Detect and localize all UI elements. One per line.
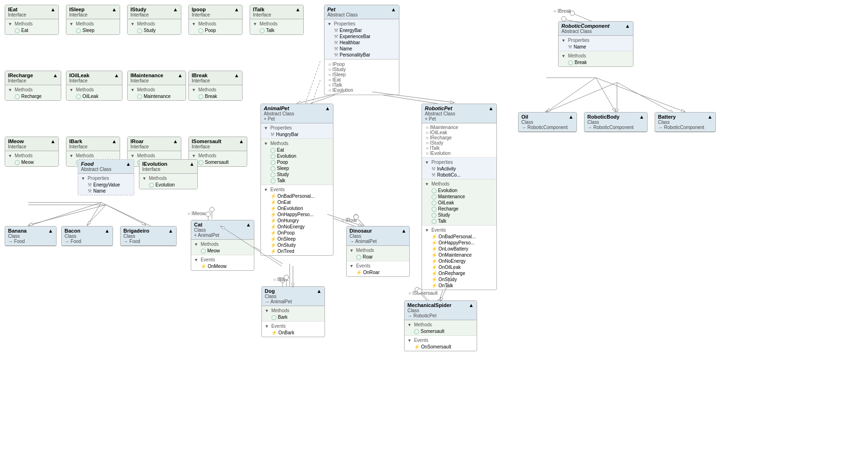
svg-line-26 (596, 78, 616, 112)
lollipop-IBark: ○ IBark (273, 277, 288, 282)
box-Dinosaur: Dinosaur Class → AnimalPet ▲ ▼Methods ◯ … (346, 226, 410, 277)
box-Dog: Dog Class → AnimalPet ▲ ▼Methods ◯ Bark … (261, 286, 325, 337)
collapse-icon[interactable]: ▲ (126, 161, 131, 167)
svg-line-23 (311, 80, 320, 106)
svg-point-30 (561, 16, 566, 21)
box-IOilLeak: IOilLeak Interface ▲ ▼Methods ◯ OilLeak (66, 71, 122, 101)
methods-section: ▼Methods ◯ Sleep (66, 19, 120, 34)
box-Brigadeiro: Brigadeiro Class → Food ▲ (120, 226, 177, 246)
svg-line-35 (358, 219, 364, 226)
box-Banana: Banana Class → Food ▲ (5, 226, 57, 246)
box-Food: Food Abstract Class ▲ ▼Properties ⚒ Ener… (78, 159, 134, 195)
collapse-icon[interactable]: ▲ (50, 138, 56, 144)
svg-line-2 (28, 202, 101, 226)
collapse-icon[interactable]: ▲ (391, 7, 396, 12)
box-IRecharge: IRecharge Interface ▲ ▼Methods ◯ Recharg… (5, 71, 61, 101)
collapse-icon[interactable]: ▲ (173, 7, 178, 12)
svg-line-4 (101, 202, 151, 226)
box-IBreak: IBreak Interface ▲ ▼Methods ◯ Break (188, 71, 243, 101)
svg-point-32 (210, 207, 214, 212)
header-IStudy: IStudy Interface ▲ (128, 5, 181, 19)
lollipop-ISomersault: ○ ISomersault (408, 291, 438, 296)
box-Ipoop: Ipoop Interface ▲ ▼Methods ◯ Poop (188, 5, 243, 35)
svg-line-3 (87, 202, 101, 226)
box-IEat: IEat Interface ▲ ▼Methods ◯ Eat (5, 5, 59, 35)
header-Ipoop: Ipoop Interface ▲ (189, 5, 242, 19)
collapse-icon[interactable]: ▲ (178, 73, 183, 78)
collapse-icon[interactable]: ▲ (173, 138, 178, 144)
collapse-icon[interactable]: ▲ (639, 114, 644, 120)
collapse-icon[interactable]: ▲ (325, 105, 330, 111)
header-IEat: IEat Interface ▲ (5, 5, 58, 19)
box-RoboticBody: RoboticBody Class → RoboticComponent ▲ (584, 112, 648, 132)
collapse-icon[interactable]: ▲ (112, 138, 117, 144)
collapse-icon[interactable]: ▲ (234, 73, 239, 78)
svg-line-12 (617, 82, 673, 113)
box-ISleep: ISleep Interface ▲ ▼Methods ◯ Sleep (66, 5, 120, 35)
collapse-icon[interactable]: ▲ (246, 222, 251, 227)
box-RoboticPet: RoboticPet Abstract Class + Pet ▲ ○ IMai… (422, 104, 497, 290)
methods-section: ▼Methods ◯ Talk (250, 19, 303, 34)
box-AnimalPet: AnimalPet Abstract Class + Pet ▲ ▼Proper… (260, 104, 333, 256)
header-Pet: Pet Abstract Class ▲ (324, 5, 399, 19)
collapse-icon[interactable]: ▲ (707, 114, 713, 120)
box-IMeow: IMeow Interface ▲ ▼Methods ◯ Meow (5, 137, 59, 167)
header-ITalk: ITalk Interface ▲ (250, 5, 303, 19)
box-Bacon: Bacon Class → Food ▲ (61, 226, 113, 246)
box-ITalk: ITalk Interface ▲ ▼Methods ◯ Talk (250, 5, 304, 35)
svg-line-39 (305, 61, 320, 104)
collapse-icon[interactable]: ▲ (234, 7, 239, 12)
lollipop-IBreak-robotic: ○ IBreak (553, 8, 571, 14)
collapse-icon[interactable]: ▲ (316, 288, 322, 294)
box-MechanicalSpider: MechanicalSpider Class → RoboticPet ▲ ▼M… (404, 300, 477, 351)
svg-line-27 (596, 78, 685, 112)
box-Oil: Oil Class → RoboticComponent ▲ (518, 112, 577, 132)
box-IEvolution: IEvolution Interface ▲ ▼Methods ◯ Evolut… (139, 159, 198, 189)
collapse-icon[interactable]: ▲ (112, 7, 117, 12)
collapse-icon[interactable]: ▲ (53, 73, 58, 78)
collapse-icon[interactable]: ▲ (48, 228, 53, 234)
box-RoboticComponent: RoboticComponent Abstract Class ▲ ▼Prope… (558, 21, 633, 67)
collapse-icon[interactable]: ▲ (568, 114, 574, 120)
svg-point-16 (206, 212, 211, 217)
collapse-icon[interactable]: ▲ (401, 228, 406, 234)
methods-section: ▼Methods ◯ Eat (5, 19, 58, 34)
box-Cat: Cat Class + AnimalPet ▲ ▼Methods ◯ Meow … (191, 220, 254, 271)
collapse-icon[interactable]: ▲ (469, 302, 474, 308)
box-IMaintenance: IMaintenance Interface ▲ ▼Methods ◯ Main… (127, 71, 186, 101)
header-ISleep: ISleep Interface ▲ (66, 5, 120, 19)
collapse-icon[interactable]: ▲ (239, 138, 244, 144)
collapse-icon[interactable]: ▲ (114, 73, 119, 78)
svg-line-25 (546, 78, 596, 112)
box-Pet: Pet Abstract Class ▲ ▼Properties ⚒ Energ… (324, 5, 399, 95)
lollipop-IMeow: ○ IMeow (187, 211, 205, 216)
collapse-icon[interactable]: ▲ (189, 161, 195, 167)
collapse-icon[interactable]: ▲ (105, 228, 110, 234)
diagram-canvas: IEat Interface ▲ ▼Methods ◯ Eat ISleep I… (0, 0, 868, 469)
collapse-icon[interactable]: ▲ (295, 7, 300, 12)
methods-section: ▼Methods ◯ Poop (189, 19, 242, 34)
methods-section: ▼Methods ◯ Study (128, 19, 181, 34)
collapse-icon[interactable]: ▲ (168, 228, 173, 234)
box-Battery: Battery Class → RoboticComponent ▲ (655, 112, 716, 132)
properties-section: ▼Properties ⚒ EnergyBar ⚒ ExperienceBar … (324, 19, 399, 59)
collapse-icon[interactable]: ▲ (488, 105, 494, 111)
svg-line-10 (544, 82, 617, 113)
lollipop-IRoar: ○ IRoar (341, 218, 357, 223)
collapse-icon[interactable]: ▲ (625, 23, 630, 29)
box-IStudy: IStudy Interface ▲ ▼Methods ◯ Study (127, 5, 181, 35)
collapse-icon[interactable]: ▲ (50, 7, 56, 12)
